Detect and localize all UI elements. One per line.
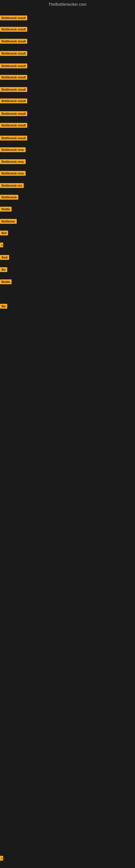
bottleneck-result-badge[interactable]: Bottleneck result [0,98,27,103]
badge-row: Bottle [0,207,12,213]
badge-row: Bottleneck resu [0,159,26,165]
bottleneck-result-badge[interactable]: Bottleneck result [0,87,27,92]
bottleneck-result-badge[interactable]: | [0,243,3,247]
bottleneck-result-badge[interactable]: Bottleneck [0,195,18,199]
badge-row: Bo [0,304,7,310]
bottleneck-result-badge[interactable]: Bottle [0,279,12,284]
bottleneck-result-badge[interactable]: Bottleneck result [0,27,27,32]
badge-row: Bottleneck result [0,98,27,104]
badge-row: Bottleneck [0,195,18,201]
badge-row: Bottleneck result [0,63,27,69]
bottleneck-result-badge[interactable]: Bo [0,267,7,272]
bottleneck-result-badge[interactable]: Bottleneck res [0,183,24,188]
badge-row: Bottleneck result [0,16,27,22]
badge-row: Bottleneck result [0,87,27,93]
badge-row: Bottleneck result [0,135,27,142]
badge-row: Bottleneck result [0,75,27,81]
badge-row: | [0,856,3,862]
badge-row: Bottleneck result [0,51,27,57]
bottleneck-result-badge[interactable]: Bo [0,304,7,309]
badge-row: Bottleneck res [0,183,24,189]
bottleneck-result-badge[interactable]: Bottleneck result [0,75,27,80]
site-title: TheBottlenecker.com [0,0,135,8]
bottleneck-result-badge[interactable]: Bottleneck resu [0,171,26,176]
bottleneck-result-badge[interactable]: Bottleneck result [0,51,27,56]
badge-row: Bottleneck resu [0,171,26,177]
badge-row: Bottleneck result [0,111,27,117]
badge-row: | [0,243,3,248]
bottleneck-result-badge[interactable]: Bottleneck result [0,63,27,68]
bottleneck-result-badge[interactable]: | [0,856,3,861]
bottleneck-result-badge[interactable]: Bot [0,230,8,236]
badge-row: Bottleneck result [0,27,27,33]
bottleneck-result-badge[interactable]: Bottleneck resu [0,147,26,152]
badge-row: Bo [0,267,7,273]
badge-row: Bot [0,230,8,237]
badge-row: Bottleneck result [0,39,27,45]
badge-row: Bott [0,255,9,261]
badge-row: Bottlenec [0,219,17,225]
bottleneck-result-badge[interactable]: Bott [0,255,9,260]
bottleneck-result-badge[interactable]: Bottlenec [0,219,17,224]
bottleneck-result-badge[interactable]: Bottleneck result [0,39,27,44]
bottleneck-result-badge[interactable]: Bottleneck result [0,111,27,116]
bottleneck-result-badge[interactable]: Bottle [0,207,12,212]
badge-row: Bottle [0,279,12,285]
bottleneck-result-badge[interactable]: Bottleneck resu [0,159,26,164]
bottleneck-result-badge[interactable]: Bottleneck result [0,135,27,141]
badge-row: Bottleneck resu [0,147,26,153]
bottleneck-result-badge[interactable]: Bottleneck result [0,123,27,128]
bottleneck-result-badge[interactable]: Bottleneck result [0,16,27,20]
badge-row: Bottleneck result [0,123,27,129]
